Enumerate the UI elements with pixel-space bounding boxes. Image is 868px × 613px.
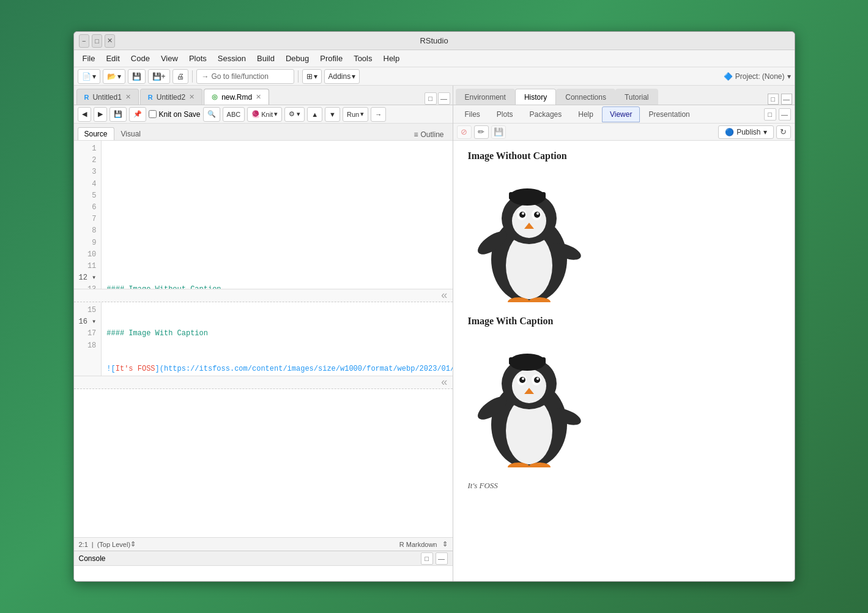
go-to-file-input[interactable]: → Go to file/function (196, 69, 294, 84)
publish-button[interactable]: 🔵 Publish ▾ (718, 125, 773, 139)
tab-connections[interactable]: Connections (556, 89, 615, 105)
console-controls: □ — (421, 552, 448, 565)
visual-tab[interactable]: Visual (114, 127, 147, 140)
tab-tutorial[interactable]: Tutorial (615, 89, 658, 105)
tab-viewer[interactable]: Viewer (602, 106, 640, 122)
menu-view[interactable]: View (156, 52, 183, 65)
new-file-dropdown[interactable]: ▾ (92, 72, 96, 81)
refresh-button[interactable]: ↻ (776, 125, 791, 139)
section-image-without-caption: Image Without Caption (468, 150, 780, 303)
source-on-save-button[interactable]: 📌 (129, 107, 146, 122)
scroll-down-button[interactable]: ▼ (325, 107, 340, 122)
tab-history[interactable]: History (515, 89, 556, 105)
tab-controls: □ — (425, 92, 450, 105)
code-editor[interactable]: 12345 678910 11 12 ▾ 13 14 #### Image Wi… (74, 141, 453, 537)
tab-environment[interactable]: Environment (456, 89, 515, 105)
tab-untitled1-close[interactable]: ✕ (125, 93, 131, 101)
publish-dropdown[interactable]: ▾ (763, 128, 767, 136)
open-file-button[interactable]: 📂 ▾ (103, 69, 125, 84)
tab-new-rmd[interactable]: ◎ new.Rmd ✕ (204, 89, 269, 105)
menu-help[interactable]: Help (379, 52, 405, 65)
maximize-console-button[interactable]: □ (421, 552, 433, 565)
tab-plots[interactable]: Plots (489, 106, 521, 122)
menu-plots[interactable]: Plots (184, 52, 212, 65)
console-header: Console □ — (74, 551, 453, 566)
collapse-right-button[interactable]: — (781, 94, 792, 105)
knit-on-save-label: Knit on Save (159, 110, 201, 119)
viewer-stop-button[interactable]: ⊘ (457, 125, 472, 139)
run-button[interactable]: Run ▾ (343, 107, 368, 122)
code-content-1[interactable]: #### Image Without Caption ![](https://i… (102, 141, 452, 289)
menu-file[interactable]: File (78, 52, 100, 65)
viewer-save-button[interactable]: 💾 (491, 125, 506, 139)
menu-code[interactable]: Code (126, 52, 155, 65)
console-content[interactable] (74, 566, 453, 581)
maximize-right-button[interactable]: □ (768, 94, 779, 105)
svg-point-26 (536, 377, 539, 380)
chunk-options-button[interactable]: ⚙ ▾ (284, 107, 305, 122)
tab-packages[interactable]: Packages (522, 106, 570, 122)
tab-r-icon: R (84, 94, 89, 101)
find-button[interactable]: 🔍 (203, 107, 220, 122)
filetype-dropdown[interactable]: ⇕ (442, 540, 448, 548)
knit-dropdown[interactable]: ▾ (274, 110, 278, 118)
source-tab[interactable]: Source (78, 127, 114, 140)
tab-new-rmd-close[interactable]: ✕ (256, 93, 261, 101)
penguin-image-1 (468, 169, 590, 303)
grid-view-button[interactable]: ⊞ ▾ (302, 69, 322, 84)
knit-button[interactable]: 🧶 Knit ▾ (247, 107, 282, 122)
tab-files[interactable]: Files (457, 106, 488, 122)
maximize-editor-button[interactable]: □ (425, 92, 437, 105)
minimize-button[interactable]: − (79, 34, 89, 48)
run-all-button[interactable]: → (371, 107, 386, 122)
knit-on-save-checkbox[interactable] (149, 110, 157, 118)
fold-indicator-1[interactable]: « (441, 289, 448, 302)
editor-empty-space[interactable] (74, 389, 453, 537)
viewer-edit-button[interactable]: ✏ (474, 125, 489, 139)
code-content-2[interactable]: #### Image With Caption ![It's FOSS](htt… (102, 302, 452, 376)
project-dropdown[interactable]: ▾ (787, 72, 791, 81)
tab-untitled2-close[interactable]: ✕ (189, 93, 195, 101)
level-dropdown[interactable]: ⇕ (130, 540, 136, 548)
tab-untitled1[interactable]: R Untitled1 ✕ (76, 89, 139, 105)
addins-dropdown[interactable]: ▾ (352, 72, 355, 81)
save-source-button[interactable]: 💾 (109, 107, 127, 122)
addins-button[interactable]: Addins ▾ (324, 69, 360, 84)
inner-collapse-button[interactable]: — (779, 108, 791, 121)
tab-help[interactable]: Help (570, 106, 601, 122)
new-file-icon: 📄 (82, 72, 91, 81)
separator-2 (298, 70, 299, 83)
close-button[interactable]: ✕ (105, 34, 115, 48)
menu-profile[interactable]: Profile (315, 52, 347, 65)
line-numbers-2: 15 16 ▾ 17 18 (74, 302, 102, 376)
run-label: Run (347, 111, 359, 118)
tab-untitled2[interactable]: R Untitled2 ✕ (140, 89, 202, 105)
collapse-editor-button[interactable]: — (438, 92, 450, 105)
editor-toolbar: ◀ ▶ 💾 📌 Knit on Save 🔍 ABC 🧶 Knit ▾ ⚙ ▾ … (74, 105, 453, 124)
tab-presentation[interactable]: Presentation (640, 106, 697, 122)
forward-button[interactable]: ▶ (94, 107, 107, 122)
new-file-button[interactable]: 📄 ▾ (78, 69, 100, 84)
menu-edit[interactable]: Edit (101, 52, 124, 65)
menu-build[interactable]: Build (252, 52, 280, 65)
collapse-console-button[interactable]: — (436, 552, 448, 565)
restore-button[interactable]: □ (92, 34, 102, 48)
scroll-up-button[interactable]: ▲ (307, 107, 322, 122)
outline-button[interactable]: ≡ Outline (409, 129, 448, 140)
menubar: File Edit Code View Plots Session Build … (74, 50, 795, 67)
save-all-button[interactable]: 💾+ (148, 69, 170, 84)
run-dropdown[interactable]: ▾ (360, 110, 364, 118)
menu-session[interactable]: Session (213, 52, 251, 65)
menu-tools[interactable]: Tools (349, 52, 377, 65)
inner-maximize-button[interactable]: □ (764, 108, 776, 121)
right-panel-controls: □ — (768, 94, 792, 105)
spell-check-button[interactable]: ABC (223, 107, 245, 122)
menu-debug[interactable]: Debug (281, 52, 314, 65)
fold-indicator-2[interactable]: « (441, 376, 448, 388)
save-button[interactable]: 💾 (128, 69, 146, 84)
refresh-icon: ↻ (780, 127, 787, 136)
print-button[interactable]: 🖨 (172, 69, 188, 84)
back-button[interactable]: ◀ (78, 107, 91, 122)
grid-dropdown[interactable]: ▾ (314, 72, 317, 81)
open-dropdown[interactable]: ▾ (117, 72, 121, 81)
